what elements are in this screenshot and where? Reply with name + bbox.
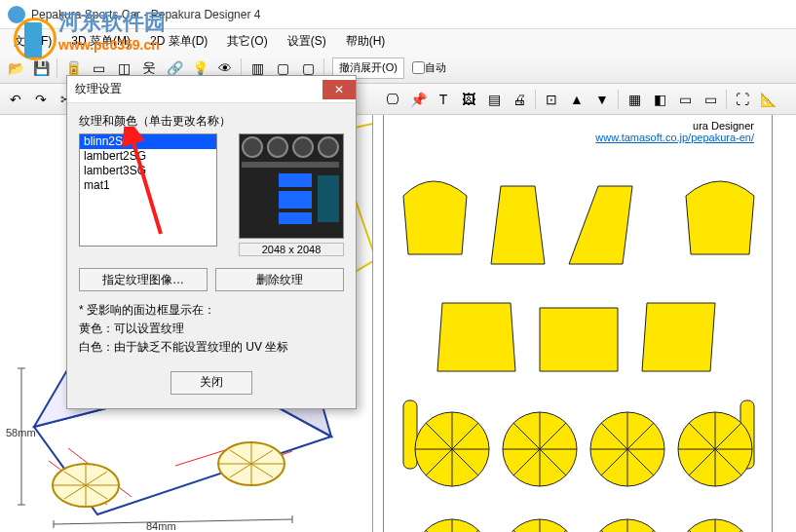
paper-title: ura Designer bbox=[693, 120, 754, 132]
fit-icon[interactable]: ⛶ bbox=[731, 88, 754, 111]
grid-icon[interactable]: ▦ bbox=[623, 88, 646, 111]
open-icon[interactable]: 📂 bbox=[4, 57, 27, 80]
rotate-left-icon[interactable]: ↶ bbox=[4, 88, 27, 111]
material-item-0[interactable]: blinn2SG bbox=[80, 134, 216, 149]
zoom-icon[interactable]: ⊡ bbox=[540, 88, 563, 111]
paper-sheet: ura Designer www.tamasoft.co.jp/pepakura… bbox=[383, 115, 773, 532]
undo-unfold-label: 撤消展开(O) bbox=[339, 60, 398, 75]
paper-header: ura Designer www.tamasoft.co.jp/pepakura… bbox=[595, 120, 754, 143]
material-item-2[interactable]: lambert3SG bbox=[80, 164, 216, 178]
dialog-notes: * 受影响的面边框显示在： 黄色：可以设置纹理 白色：由于缺乏不能设置纹理的 U… bbox=[79, 301, 344, 358]
texture-preview-image bbox=[239, 133, 344, 239]
unfold-pattern bbox=[384, 115, 774, 532]
close-icon: ✕ bbox=[334, 83, 344, 96]
auto-checkbox[interactable]: 自动 bbox=[412, 60, 446, 75]
window-title: Pepakura Sports Car - Pepakura Designer … bbox=[31, 8, 260, 21]
screen-icon[interactable]: 🖵 bbox=[381, 88, 404, 111]
menu-2d[interactable]: 2D 菜单(D) bbox=[140, 31, 217, 52]
texture-group-label: 纹理和颜色（单击更改名称） bbox=[79, 113, 344, 130]
page-up-icon[interactable]: ▲ bbox=[565, 88, 588, 111]
menu-other[interactable]: 其它(O) bbox=[217, 31, 277, 52]
page-down-icon[interactable]: ▼ bbox=[590, 88, 614, 111]
auto-checkbox-input[interactable] bbox=[412, 61, 425, 74]
texture-settings-dialog: 纹理设置 ✕ 纹理和颜色（单击更改名称） blinn2SG lambert2SG… bbox=[66, 75, 357, 409]
rotate-right-icon[interactable]: ↷ bbox=[29, 88, 53, 111]
flap-icon[interactable]: ◧ bbox=[648, 88, 671, 111]
image-icon[interactable]: 🖼 bbox=[457, 88, 480, 111]
dialog-title: 纹理设置 bbox=[75, 81, 122, 97]
dim-height: 58mm bbox=[6, 427, 36, 438]
menu-bar: 文件(F) 3D 菜单(M) 2D 菜单(D) 其它(O) 设置(S) 帮助(H… bbox=[0, 29, 796, 53]
note-white: 白色：由于缺乏不能设置纹理的 UV 坐标 bbox=[79, 338, 344, 357]
save-icon[interactable]: 💾 bbox=[29, 57, 53, 80]
material-item-1[interactable]: lambert2SG bbox=[80, 149, 216, 164]
note-yellow: 黄色：可以设置纹理 bbox=[79, 320, 344, 338]
menu-3d[interactable]: 3D 菜单(M) bbox=[61, 31, 140, 52]
fill-icon[interactable]: ▤ bbox=[482, 88, 506, 111]
text-icon[interactable]: T bbox=[432, 88, 455, 111]
app-icon bbox=[8, 6, 25, 23]
pin-icon[interactable]: 📌 bbox=[406, 88, 430, 111]
measure-icon[interactable]: 📐 bbox=[756, 88, 779, 111]
dialog-close-bottom-button[interactable]: 关闭 bbox=[171, 371, 252, 395]
menu-help[interactable]: 帮助(H) bbox=[336, 31, 396, 52]
delete-texture-button[interactable]: 删除纹理 bbox=[215, 268, 344, 291]
note-heading: * 受影响的面边框显示在： bbox=[79, 301, 344, 320]
dim-width: 84mm bbox=[146, 520, 176, 532]
texture-preview: 2048 x 2048 bbox=[239, 133, 344, 256]
menu-file[interactable]: 文件(F) bbox=[4, 31, 61, 52]
viewport-2d[interactable]: ura Designer www.tamasoft.co.jp/pepakura… bbox=[373, 115, 796, 532]
material-item-3[interactable]: mat1 bbox=[80, 178, 216, 193]
texture-dimensions: 2048 x 2048 bbox=[239, 243, 344, 256]
id-icon[interactable]: ▭ bbox=[673, 88, 697, 111]
material-listbox[interactable]: blinn2SG lambert2SG lambert3SG mat1 bbox=[79, 133, 217, 247]
print-icon[interactable]: 🖨 bbox=[508, 88, 531, 111]
svg-rect-27 bbox=[403, 400, 417, 469]
dialog-close-button[interactable]: ✕ bbox=[322, 80, 356, 99]
menu-settings[interactable]: 设置(S) bbox=[278, 31, 336, 52]
set-texture-button[interactable]: 指定纹理图像… bbox=[79, 268, 208, 291]
edge-icon[interactable]: ▭ bbox=[699, 88, 722, 111]
paper-url-link[interactable]: www.tamasoft.co.jp/pepakura-en/ bbox=[595, 132, 754, 143]
auto-label: 自动 bbox=[425, 60, 446, 75]
window-titlebar: Pepakura Sports Car - Pepakura Designer … bbox=[0, 0, 796, 29]
dialog-titlebar[interactable]: 纹理设置 ✕ bbox=[67, 76, 356, 103]
